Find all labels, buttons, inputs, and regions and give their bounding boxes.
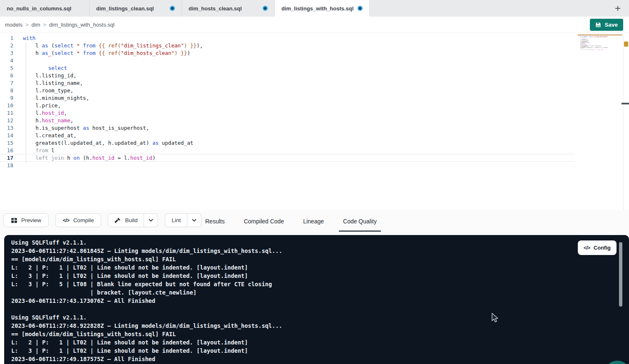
code-line-11[interactable]: 11 l.host_id,	[0, 109, 629, 117]
minimap-line	[578, 50, 608, 51]
code-line-1[interactable]: 1with	[0, 35, 629, 42]
compile-button[interactable]: </>Compile	[55, 213, 101, 227]
code-line-18[interactable]: 18	[0, 162, 629, 169]
minimap-line: h as (select * from {{ ref("dim_hosts_cl…	[578, 37, 608, 38]
config-button[interactable]: </> Config	[578, 240, 617, 255]
floppy-disk-icon	[595, 22, 601, 28]
new-tab-button[interactable]: +	[611, 1, 625, 15]
code-line-content[interactable]: greatest(l.updated_at, h.updated_at) as …	[23, 139, 193, 147]
warning-marker[interactable]	[624, 42, 628, 47]
line-number: 10	[0, 102, 13, 109]
unsaved-changes-icon[interactable]	[358, 6, 363, 11]
code-line-8[interactable]: 8 l.room_type,	[0, 87, 629, 94]
build-dropdown-button[interactable]	[144, 213, 158, 227]
line-number: 12	[0, 117, 13, 124]
code-line-9[interactable]: 9 l.minimum_nights,	[0, 94, 629, 102]
editor-gutter-separator	[623, 35, 624, 210]
editor-tab-3[interactable]: dim_hosts_clean.sql	[182, 0, 275, 17]
breadcrumb: models>dim>dim_listings_with_hosts.sql	[5, 17, 114, 32]
terminal-line: == [models/dim/dim_listings_with_hosts.s…	[11, 330, 282, 338]
code-line-content[interactable]: from l	[23, 147, 55, 154]
table-icon	[11, 217, 17, 224]
tab-compiled-code[interactable]: Compiled Code	[240, 212, 288, 232]
editor-tab-2[interactable]: dim_listings_clean.sql	[90, 0, 182, 17]
build-button[interactable]: Build	[108, 213, 144, 227]
code-line-content[interactable]: l.listing_name,	[23, 79, 83, 87]
code-line-12[interactable]: 12 h.host_name,	[0, 117, 629, 124]
breadcrumb-item: models	[5, 22, 22, 28]
tab-label: dim_listings_clean.sql	[96, 5, 154, 12]
action-toolbar: Preview</>CompileBuildLint ResultsCompil…	[0, 210, 629, 235]
terminal-line: == [models/dim/dim_listings_with_hosts.s…	[11, 255, 282, 263]
line-number: 9	[0, 94, 13, 102]
code-line-7[interactable]: 7 l.listing_name,	[0, 79, 629, 87]
code-line-5[interactable]: 5 select	[0, 64, 629, 72]
config-button-label: Config	[594, 245, 611, 251]
code-line-14[interactable]: 14 l.created_at,	[0, 132, 629, 139]
code-line-content[interactable]: l as (select * from {{ ref("dim_listings…	[23, 42, 203, 50]
code-line-content[interactable]: l.listing_id,	[23, 72, 77, 79]
code-line-2[interactable]: 2 l as (select * from {{ ref("dim_listin…	[0, 42, 629, 50]
line-number: 3	[0, 50, 13, 57]
chevron-down-icon	[148, 218, 154, 223]
tab-label: no_nulls_in_columns.sql	[7, 5, 71, 12]
code-line-4[interactable]: 4	[0, 57, 629, 64]
unsaved-changes-icon[interactable]	[170, 6, 175, 11]
hammer-icon	[114, 217, 121, 224]
code-line-content[interactable]: l.created_at,	[23, 132, 77, 139]
terminal-line: L: 3 | P: 5 | LT08 | Blank line expected…	[11, 280, 282, 288]
code-line-10[interactable]: 10 l.price,	[0, 102, 629, 109]
code-line-content[interactable]: l.minimum_nights,	[23, 94, 89, 102]
line-number: 2	[0, 42, 13, 50]
save-button[interactable]: Save	[590, 19, 623, 31]
tab-code-quality[interactable]: Code Quality	[339, 212, 381, 232]
tab-results[interactable]: Results	[201, 212, 229, 232]
editor-tab-1[interactable]: no_nulls_in_columns.sql	[0, 0, 90, 17]
panel-tab-bar: ResultsCompiled CodeLineageCode Quality	[201, 212, 381, 232]
code-line-15[interactable]: 15 greatest(l.updated_at, h.updated_at) …	[0, 139, 629, 147]
unsaved-changes-icon[interactable]	[263, 6, 268, 11]
compile-button-label: Compile	[73, 217, 94, 223]
preview-button-label: Preview	[21, 217, 41, 223]
terminal-scrollbar[interactable]	[619, 242, 622, 307]
line-number: 6	[0, 72, 13, 79]
lint-button-label: Lint	[172, 217, 181, 223]
terminal-line: L: 3 | P: 1 | LT02 | Line should not be …	[11, 347, 282, 355]
lint-split-button: Lint	[165, 213, 201, 227]
code-line-16[interactable]: 16 from l	[0, 147, 629, 154]
minimap[interactable]: with l as (select * from {{ ref("dim_lis…	[578, 35, 608, 85]
line-number: 16	[0, 147, 13, 154]
line-number: 8	[0, 87, 13, 94]
preview-button[interactable]: Preview	[3, 213, 49, 227]
scroll-position-marker[interactable]	[622, 103, 629, 104]
code-line-17[interactable]: 17 left join h on (h.host_id = l.host_id…	[0, 154, 629, 162]
terminal-line: L: 2 | P: 1 | LT02 | Line should not be …	[11, 263, 282, 272]
terminal-line: 2023-06-06T11:27:42.861845Z — Linting mo…	[11, 247, 282, 255]
code-line-content[interactable]: l.host_id,	[23, 109, 67, 117]
code-line-content[interactable]: with	[23, 35, 35, 42]
lint-dropdown-button[interactable]	[187, 213, 201, 227]
code-line-content[interactable]: l.price,	[23, 102, 61, 109]
line-number: 14	[0, 132, 13, 139]
code-line-content[interactable]: left join h on (h.host_id = l.host_id)	[23, 154, 156, 162]
terminal-line: Using SQLFluff v2.1.1.	[11, 313, 282, 322]
code-line-content[interactable]: l.room_type,	[23, 87, 73, 94]
code-line-content[interactable]: h as (select * from {{ ref("dim_hosts_cl…	[23, 50, 190, 57]
code-line-13[interactable]: 13 h.is_superhost as host_is_superhost,	[0, 124, 629, 132]
code-line-3[interactable]: 3 h as (select * from {{ ref("dim_hosts_…	[0, 50, 629, 57]
code-quality-terminal[interactable]: Using SQLFluff v2.1.1.2023-06-06T11:27:4…	[4, 235, 629, 364]
tab-label: dim_listings_with_hosts.sql	[281, 5, 353, 12]
line-number: 18	[0, 162, 13, 169]
terminal-line: 2023-06-06T11:27:43.173076Z — All Finish…	[11, 297, 282, 305]
code-line-6[interactable]: 6 l.listing_id,	[0, 72, 629, 79]
code-line-content[interactable]: select	[23, 64, 67, 72]
lint-button[interactable]: Lint	[165, 213, 187, 227]
build-button-label: Build	[125, 217, 137, 223]
code-line-content[interactable]: h.is_superhost as host_is_superhost,	[23, 124, 149, 132]
code-line-content[interactable]: h.host_name,	[23, 117, 73, 124]
tab-lineage[interactable]: Lineage	[299, 212, 328, 232]
code-editor[interactable]: 1with2 l as (select * from {{ ref("dim_l…	[0, 32, 629, 210]
editor-tab-4[interactable]: dim_listings_with_hosts.sql	[275, 0, 370, 17]
terminal-line	[11, 305, 282, 313]
chevron-down-icon	[191, 218, 197, 223]
